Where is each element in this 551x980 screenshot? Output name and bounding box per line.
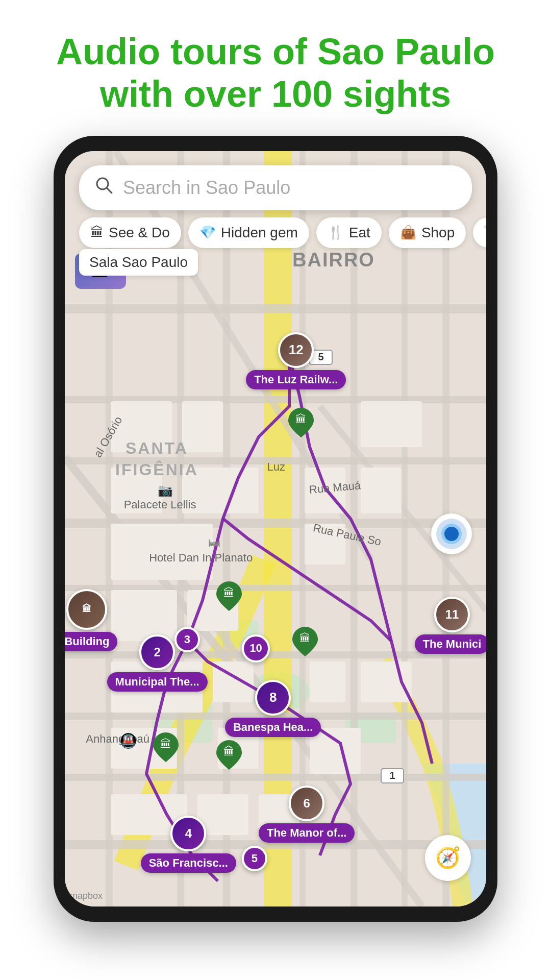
poi-marker-1[interactable]: 🏛 (288, 408, 314, 439)
marker-4-label: São Francisc... (141, 853, 236, 873)
marker-6[interactable]: 6 The Manor of... (259, 786, 355, 843)
svg-text:🏛: 🏛 (295, 413, 307, 426)
phone-mockup: 5 1 SANTAIFIGÊNIA BAIRRO Rua Mauá (54, 136, 497, 922)
map-attribution: mapbox (70, 891, 103, 901)
poi-marker-4[interactable]: 🏛 (153, 732, 179, 764)
search-placeholder: Search in Sao Paulo (123, 177, 290, 199)
chip-eat-label: Eat (349, 225, 370, 241)
poi-marker-2[interactable]: 🏛 (216, 581, 242, 613)
see-do-icon: 🏛 (90, 225, 104, 240)
poi-marker-3[interactable]: 🏛 (292, 627, 318, 658)
marker-building-label: Building (65, 632, 117, 651)
marker-12[interactable]: 12 The Luz Railw... (246, 332, 346, 389)
chip-see-do[interactable]: 🏛 See & Do (79, 217, 181, 248)
compass-icon: 🧭 (435, 846, 461, 870)
chip-hidden-gem[interactable]: 💎 Hidden gem (188, 217, 309, 248)
eat-icon: 🍴 (328, 225, 344, 240)
marker-8-label: Banespa Hea... (225, 718, 321, 737)
svg-rect-20 (402, 151, 408, 906)
marker-6-label: The Manor of... (259, 823, 355, 843)
metro-icon: 🚇 (119, 732, 137, 749)
chip-hidden-gem-label: Hidden gem (221, 225, 298, 241)
compass[interactable]: 🧭 (425, 835, 471, 881)
marker-12-label: The Luz Railw... (246, 370, 346, 389)
chip-see-do-label: See & Do (109, 225, 170, 241)
more-icon: 🍸 (482, 225, 486, 240)
svg-text:🏛: 🏛 (299, 632, 311, 645)
phone-screen: 5 1 SANTAIFIGÊNIA BAIRRO Rua Mauá (65, 151, 486, 906)
bairro-label: BAIRRO (292, 249, 375, 271)
svg-rect-13 (65, 774, 486, 781)
marker-10[interactable]: 10 (242, 634, 270, 663)
marker-building[interactable]: 🏛 Building (65, 589, 117, 651)
marker-4[interactable]: 4 São Francisc... (141, 816, 236, 873)
svg-rect-40 (361, 662, 412, 702)
chip-shop[interactable]: 👜 Shop (389, 217, 466, 248)
marker-2[interactable]: 2 Municipal The... (107, 634, 208, 692)
location-dot (441, 524, 462, 544)
svg-text:1: 1 (389, 770, 395, 781)
marker-11-label: The Munici (415, 634, 486, 654)
chip-shop-label: Shop (421, 225, 455, 241)
santa-ifigenia-label: SANTAIFIGÊNIA (115, 438, 198, 480)
search-icon (94, 176, 114, 200)
hotel-icon: 🛏 (208, 536, 220, 550)
hero-title: Audio tours of Sao Paulo with over 100 s… (0, 0, 551, 136)
page-wrapper: Audio tours of Sao Paulo with over 100 s… (0, 0, 551, 980)
marker-2-label: Municipal The... (107, 672, 208, 692)
svg-text:🏛: 🏛 (160, 738, 171, 750)
marker-11[interactable]: 11 The Munici (415, 597, 486, 654)
palacete-label: Palacete Lellis (124, 498, 196, 511)
svg-rect-31 (111, 590, 177, 641)
location-button[interactable] (431, 513, 472, 554)
camera-icon: 📷 (158, 483, 173, 498)
shop-icon: 👜 (400, 225, 416, 240)
luz-label: Luz (267, 460, 285, 474)
anhangabau-label: Anhangabaú (86, 732, 149, 746)
chip-eat[interactable]: 🍴 Eat (316, 217, 382, 248)
filter-chips: 🏛 See & Do 💎 Hidden gem 🍴 Eat 👜 Shop 🍸 (79, 217, 472, 248)
sala-tooltip: Sala Sao Paulo (79, 249, 198, 276)
sala-tooltip-text: Sala Sao Paulo (89, 254, 188, 270)
svg-text:🏛: 🏛 (223, 586, 235, 599)
svg-text:🏛: 🏛 (223, 745, 235, 758)
svg-line-57 (107, 188, 112, 193)
marker-8[interactable]: 8 Banespa Hea... (225, 680, 321, 737)
svg-rect-17 (223, 151, 230, 906)
poi-marker-5[interactable]: 🏛 (216, 740, 242, 772)
hidden-gem-icon: 💎 (199, 225, 216, 240)
svg-rect-34 (361, 401, 422, 447)
search-bar[interactable]: Search in Sao Paulo (79, 165, 472, 210)
svg-rect-6 (65, 304, 486, 313)
marker-5[interactable]: 5 (242, 846, 267, 871)
svg-rect-35 (361, 468, 402, 513)
hotel-label: Hotel Dan In Planato (149, 551, 253, 565)
